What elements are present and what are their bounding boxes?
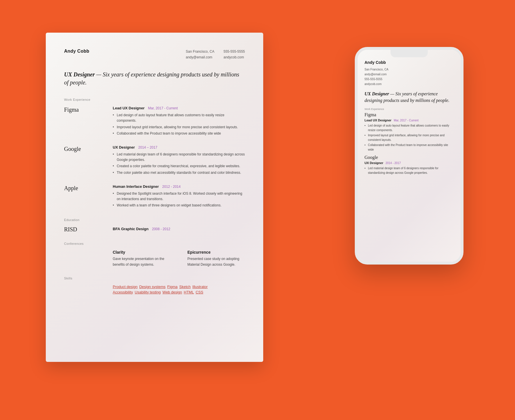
skills-spacer bbox=[64, 285, 101, 295]
edu-details-risd: BFA Graphic Design 2008 - 2012 bbox=[113, 226, 170, 233]
phone-bullet-figma-3: Collaborated with the Product team to im… bbox=[365, 143, 454, 152]
bullet-figma-2: Improved layout grid interface, allowing… bbox=[113, 125, 245, 130]
work-experience-section: Work Experience Figma Lead UX Designer M… bbox=[64, 98, 245, 209]
bullet-google-3: The color palette also met accessibility… bbox=[113, 170, 245, 176]
phone-notch bbox=[391, 50, 428, 57]
skill-figma[interactable]: Figma bbox=[167, 285, 177, 289]
contact-right: 555-555-5555 andycob.com bbox=[223, 49, 245, 60]
skills-line-1: Product design Design systems Figma Sket… bbox=[113, 285, 245, 289]
edu-school-risd: RISD bbox=[64, 226, 101, 233]
company-google: Google bbox=[64, 145, 101, 176]
skill-web-design[interactable]: Web design bbox=[163, 290, 182, 294]
phone-work-label: Work Experience bbox=[365, 108, 454, 111]
phone-bullet-google-1: Led material design team of 6 designers … bbox=[365, 166, 454, 175]
conf-name-epicurrence: Epicurrence bbox=[187, 250, 245, 255]
skills-content: Product design Design systems Figma Sket… bbox=[113, 285, 245, 295]
phone-dates-figma: Mar, 2017 - Current bbox=[394, 119, 419, 122]
conferences-row: Clarity Gave keynote presentation on the… bbox=[64, 250, 245, 267]
skills-row: Product design Design systems Figma Sket… bbox=[64, 285, 245, 295]
job-details-apple: Human Interface Designer 2012 - 2014 Des… bbox=[113, 184, 245, 209]
contact-location: San Francisco, CA bbox=[186, 49, 214, 54]
job-title-google: UX Designer bbox=[113, 145, 135, 149]
bullet-figma-3: Collaborated with the Product team to im… bbox=[113, 131, 245, 136]
education-risd: RISD BFA Graphic Design 2008 - 2012 bbox=[64, 226, 245, 233]
bullet-figma-1: Led design of auto layout feature that a… bbox=[113, 113, 245, 123]
job-bullets-apple: Designed the Spotlight search interface … bbox=[113, 191, 245, 208]
contact-info: San Francisco, CA andy@email.com 555-555… bbox=[186, 49, 245, 60]
contact-email: andy@email.com bbox=[186, 54, 214, 60]
experience-figma: Figma Lead UX Designer Mar, 2017 - Curre… bbox=[64, 106, 245, 137]
job-title-row-apple: Human Interface Designer 2012 - 2014 bbox=[113, 184, 245, 189]
job-bullets-figma: Led design of auto layout feature that a… bbox=[113, 113, 245, 136]
conference-epicurrence: Epicurrence Presented case study on adop… bbox=[187, 250, 245, 267]
conf-desc-epicurrence: Presented case study on adopting Materia… bbox=[187, 256, 245, 267]
phone-bullet-figma-2: Improved layout grid interface, allowing… bbox=[365, 133, 454, 142]
job-bullets-google: Led material design team of 6 designers … bbox=[113, 152, 245, 176]
conf-desc-clarity: Gave keynote presentation on the benefit… bbox=[113, 256, 170, 267]
phone-job-row-figma: Lead UX Designer Mar, 2017 - Current bbox=[365, 119, 454, 122]
skill-illustrator[interactable]: Illustrator bbox=[192, 285, 207, 289]
phone-resume-name: Andy Cobb bbox=[365, 60, 454, 65]
skill-accessibility[interactable]: Accessibility bbox=[113, 290, 133, 294]
job-details-figma: Lead UX Designer Mar, 2017 - Current Led… bbox=[113, 106, 245, 137]
bullet-apple-2: Worked with a team of three designers on… bbox=[113, 203, 245, 208]
phone-frame: Andy Cobb San Francisco, CA andy@email.c… bbox=[355, 47, 464, 265]
phone-wrapper: Andy Cobb San Francisco, CA andy@email.c… bbox=[355, 47, 464, 362]
phone-tagline: UX Designer — Six years of experience de… bbox=[365, 90, 454, 104]
edu-degree-risd: BFA Graphic Design bbox=[113, 227, 148, 231]
tagline: UX Designer — Six years of experience de… bbox=[64, 70, 245, 86]
job-details-google: UX Designer 2014 – 2017 Led material des… bbox=[113, 145, 245, 176]
conferences-section: Conferences Clarity Gave keynote present… bbox=[64, 242, 245, 267]
conf-name-clarity: Clarity bbox=[113, 250, 170, 255]
phone-bullets-google: Led material design team of 6 designers … bbox=[365, 166, 454, 175]
experience-google: Google UX Designer 2014 – 2017 Led mater… bbox=[64, 145, 245, 176]
skills-line-2: Accessibility Usability testing Web desi… bbox=[113, 290, 245, 294]
job-title-row-google: UX Designer 2014 – 2017 bbox=[113, 145, 245, 149]
company-figma: Figma bbox=[64, 106, 101, 137]
phone-title-figma: Lead UX Designer bbox=[365, 119, 391, 122]
phone-bullets-figma: Led design of auto layout feature that a… bbox=[365, 123, 454, 152]
conference-clarity: Clarity Gave keynote presentation on the… bbox=[113, 250, 170, 267]
phone-company-figma: Figma bbox=[365, 112, 454, 117]
education-label: Education bbox=[64, 218, 245, 222]
bullet-google-2: Created a color palette for creating hie… bbox=[113, 163, 245, 169]
edu-dates-risd: 2008 - 2012 bbox=[152, 227, 170, 231]
company-apple: Apple bbox=[64, 184, 101, 209]
resume-desktop-card: Andy Cobb San Francisco, CA andy@email.c… bbox=[46, 33, 263, 362]
experience-apple: Apple Human Interface Designer 2012 - 20… bbox=[64, 184, 245, 209]
job-title-row-figma: Lead UX Designer Mar, 2017 - Current bbox=[113, 106, 245, 110]
phone-job-row-google: UX Designer 2014 - 2017 bbox=[365, 161, 454, 165]
education-section: Education RISD BFA Graphic Design 2008 -… bbox=[64, 218, 245, 233]
phone-contact: San Francisco, CA andy@email.com 555-555… bbox=[365, 67, 454, 86]
skills-section: Skills Product design Design systems Fig… bbox=[64, 277, 245, 295]
scene: Andy Cobb San Francisco, CA andy@email.c… bbox=[29, 24, 486, 396]
contact-website: andycob.com bbox=[223, 54, 245, 60]
skill-design-systems[interactable]: Design systems bbox=[139, 285, 166, 289]
bullet-google-1: Led material design team of 6 designers … bbox=[113, 152, 245, 163]
skill-css[interactable]: CSS bbox=[196, 290, 203, 294]
phone-bullet-figma-1: Led design of auto layout feature that a… bbox=[365, 123, 454, 133]
contact-phone: 555-555-5555 bbox=[223, 49, 245, 54]
resume-name: Andy Cobb bbox=[64, 49, 89, 54]
job-title-figma: Lead UX Designer bbox=[113, 106, 144, 110]
conferences-items: Clarity Gave keynote presentation on the… bbox=[113, 250, 245, 267]
conf-spacer bbox=[64, 250, 101, 267]
phone-screen: Andy Cobb San Francisco, CA andy@email.c… bbox=[358, 50, 461, 262]
phone-title-google: UX Designer bbox=[365, 161, 383, 165]
work-experience-label: Work Experience bbox=[64, 98, 245, 101]
job-dates-google: 2014 – 2017 bbox=[138, 145, 157, 149]
skill-usability-testing[interactable]: Usability testing bbox=[135, 290, 161, 294]
phone-company-google: Google bbox=[365, 155, 454, 160]
contact-left: San Francisco, CA andy@email.com bbox=[186, 49, 214, 60]
job-dates-apple: 2012 - 2014 bbox=[162, 185, 181, 189]
job-dates-figma: Mar, 2017 - Current bbox=[148, 106, 178, 110]
skill-html[interactable]: HTML bbox=[184, 290, 194, 294]
skill-sketch[interactable]: Sketch bbox=[179, 285, 191, 289]
conferences-label: Conferences bbox=[64, 242, 245, 245]
skill-product-design[interactable]: Product design bbox=[113, 285, 138, 289]
phone-dates-google: 2014 - 2017 bbox=[385, 161, 401, 165]
skills-label: Skills bbox=[64, 277, 245, 280]
resume-header: Andy Cobb San Francisco, CA andy@email.c… bbox=[64, 49, 245, 60]
bullet-apple-1: Designed the Spotlight search interface … bbox=[113, 191, 245, 202]
job-title-apple: Human Interface Designer bbox=[113, 184, 159, 189]
